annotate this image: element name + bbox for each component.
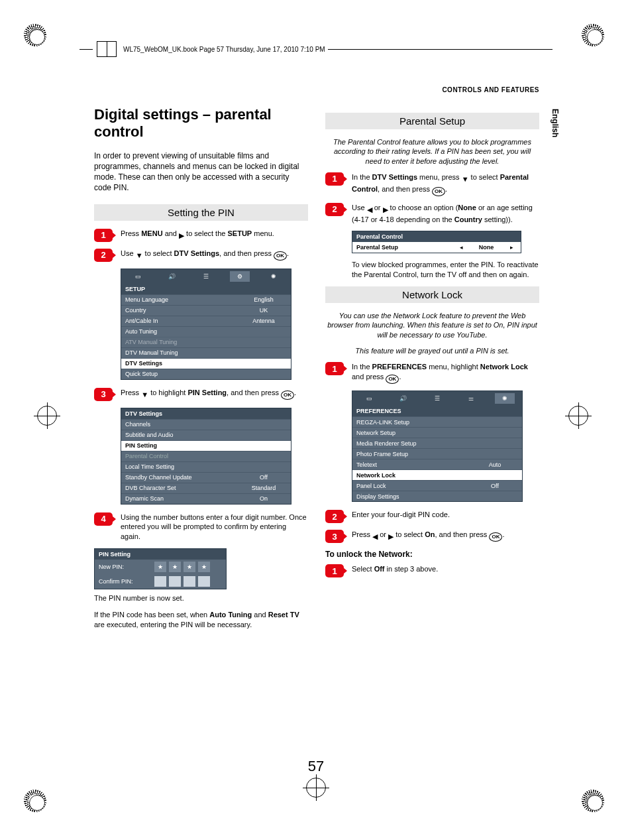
step-badge-icon: 2 (94, 249, 113, 262)
osd-row: Channels (121, 419, 291, 430)
osd-row-label: Network Setup (356, 430, 472, 436)
osd-row: Auto Tuning (121, 326, 291, 337)
osd-header: PIN Setting (95, 549, 226, 560)
ps-step-1-text: In the DTV Settings menu, press ▼ to sel… (352, 172, 539, 196)
ok-button-icon: OK (489, 532, 502, 542)
step-4-text: Using the number buttons enter a four di… (121, 512, 308, 542)
right-arrow-icon: ▶ (179, 231, 184, 241)
nl-step-2: 2 Enter your four-digit PIN code. (325, 510, 539, 523)
osd-row: REGZA-LINK Setup (352, 416, 522, 427)
unlock-step-text: Select Off in step 3 above. (352, 564, 539, 574)
tab-picture-icon: ▭ (360, 393, 380, 404)
tab-list-icon: ☰ (427, 393, 447, 404)
osd-row: Standby Channel UpdateOff (121, 472, 291, 483)
osd-row-value (472, 419, 518, 426)
osd-pin-setting: PIN Setting New PIN: ★ ★ ★ ★ Confirm PIN… (94, 548, 227, 589)
osd-row-label: Network Lock (356, 472, 472, 479)
step-4: 4 Using the number buttons enter a four … (94, 512, 308, 542)
ps-step-2-text: Use ◀ or ▶ to choose an option (None or … (352, 203, 539, 225)
nl-step-3: 3 Press ◀ or ▶ to select On, and then pr… (325, 530, 539, 543)
osd-row-value: Off (472, 483, 518, 489)
osd-preferences: ▭ 🔊 ☰ ⚌ ✺ PREFERENCES REGZA-LINK SetupNe… (352, 390, 523, 502)
subhead-network-lock: Network Lock (325, 286, 539, 303)
osd-row-value: English (240, 296, 287, 303)
confirm-pin-label: Confirm PIN: (99, 578, 152, 585)
osd-row-value: UK (240, 307, 287, 314)
language-tab: English (549, 105, 562, 141)
book-header: WL75_WebOM_UK.book Page 57 Thursday, Jun… (79, 41, 553, 57)
tab-setup-icon: ⚙ (230, 271, 250, 282)
ps-step-1: 1 In the DTV Settings menu, press ▼ to s… (325, 172, 539, 196)
ok-button-icon: OK (386, 375, 399, 384)
pin-digit-box (169, 576, 181, 587)
step-3: 3 Press ▼ to highlight PIN Setting, and … (94, 388, 308, 401)
parental-note: The Parental Control feature allows you … (325, 137, 539, 166)
osd-row-value: Antenna (240, 318, 287, 324)
pin-digit-box (198, 576, 210, 587)
subhead-setting-pin: Setting the PIN (94, 204, 308, 221)
step-badge-icon: 1 (94, 229, 113, 242)
osd-row-value (472, 440, 518, 447)
pin-digit-box (184, 576, 195, 587)
tab-gear-icon: ✺ (495, 393, 515, 404)
osd-row-label: REGZA-LINK Setup (356, 419, 472, 426)
left-arrow-icon: ◀ (367, 205, 372, 215)
tab-list-icon: ☰ (196, 271, 216, 282)
down-arrow-icon: ▼ (141, 390, 148, 400)
nl-step-2-text: Enter your four-digit PIN code. (352, 510, 539, 520)
osd-row: Photo Frame Setup (352, 448, 522, 459)
tab-sound-icon: 🔊 (162, 271, 182, 282)
osd-row-label: Country (125, 307, 240, 314)
step-3-text: Press ▼ to highlight PIN Setting, and th… (121, 388, 308, 400)
step-badge-icon: 2 (325, 203, 344, 216)
osd-row: Network Setup (352, 427, 522, 438)
network-lock-note: You can use the Network Lock feature to … (325, 311, 539, 339)
osd-row-value (472, 451, 518, 457)
osd-row-label: Ant/Cable In (125, 318, 240, 324)
osd-row-value (472, 430, 518, 436)
registration-mark-icon (582, 24, 608, 50)
step-badge-icon: 3 (94, 388, 113, 401)
unlock-heading: To unlock the Network: (325, 550, 539, 559)
intro-text: In order to prevent viewing of unsuitabl… (94, 150, 308, 194)
osd-row-label: Auto Tuning (125, 328, 240, 335)
book-icon (97, 41, 117, 57)
osd-row: ATV Manual Tuning (121, 337, 291, 347)
right-arrow-icon: ▶ (388, 532, 394, 542)
osd-row: DVB Character SetStandard (121, 483, 291, 493)
right-arrow-icon: ▶ (383, 205, 388, 215)
down-arrow-icon: ▼ (462, 174, 469, 184)
osd-header: PREFERENCES (352, 406, 522, 416)
ps-after-text: To view blocked programmes, enter the PI… (352, 260, 539, 280)
down-arrow-icon: ▼ (136, 251, 143, 261)
osd-row: Media Renderer Setup (352, 438, 522, 448)
osd-row-label: Teletext (356, 461, 472, 468)
tab-gear-icon: ✺ (264, 271, 284, 282)
step-badge-icon: 4 (94, 512, 113, 526)
osd-row: DTV Manual Tuning (121, 347, 291, 358)
book-header-text: WL75_WebOM_UK.book Page 57 Thursday, Jun… (121, 46, 328, 53)
registration-target-icon (306, 778, 333, 804)
osd-row-value (240, 421, 287, 428)
osd-row-value (240, 371, 287, 377)
step-badge-icon: 1 (325, 172, 344, 186)
step-1: 1 Press MENU and ▶ to select the SETUP m… (94, 229, 308, 242)
osd-row-value (472, 493, 518, 500)
tab-picture-icon: ▭ (129, 271, 148, 282)
osd-row: Subtitle and Audio (121, 430, 291, 440)
osd-row-value (472, 472, 518, 479)
right-column: Parental Setup The Parental Control feat… (325, 106, 539, 760)
osd-row-value (240, 360, 287, 367)
osd-dtv-settings: DTV Settings ChannelsSubtitle and AudioP… (121, 408, 291, 505)
network-lock-note-2: This feature will be grayed out until a … (325, 346, 539, 355)
osd-row-value: Auto (472, 461, 518, 468)
osd-row-label: DTV Manual Tuning (125, 349, 240, 356)
osd-row-value: None (466, 244, 506, 251)
osd-row-label: Panel Lock (356, 483, 472, 489)
osd-row: Display Settings (352, 491, 522, 501)
osd-row: TeletextAuto (352, 459, 522, 469)
osd-row-label: Subtitle and Audio (125, 432, 240, 438)
osd-row: Network Lock (352, 469, 522, 480)
step-1-text: Press MENU and ▶ to select the SETUP men… (121, 229, 308, 241)
osd-row-label: Media Renderer Setup (356, 440, 472, 447)
